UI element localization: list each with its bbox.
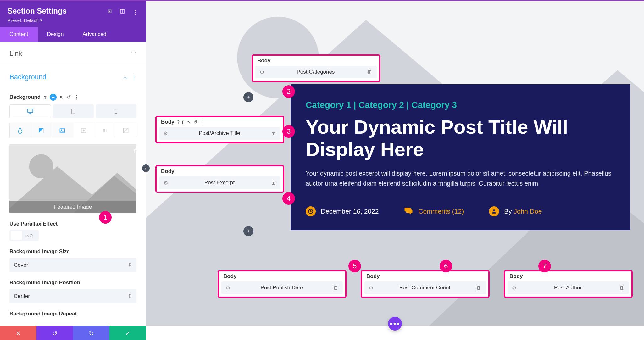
bg-position-label: Background Image Position <box>9 280 136 286</box>
meta-date: December 16, 2022 <box>306 206 379 216</box>
svg-point-19 <box>103 130 104 131</box>
outline-post-excerpt[interactable]: Body ⚙ Post Excerpt 🗑 <box>155 165 284 193</box>
post-categories[interactable]: Category 1 | Category 2 | Category 3 <box>306 100 615 110</box>
trash-icon[interactable]: 🗑 <box>367 69 372 75</box>
svg-point-1 <box>109 11 110 12</box>
bg-type-video[interactable] <box>73 123 94 138</box>
tablet-icon[interactable]: ▯ <box>182 120 185 125</box>
svg-rect-6 <box>52 97 54 98</box>
trash-icon[interactable]: 🗑 <box>333 285 338 291</box>
reset-icon[interactable]: ↺ <box>67 94 71 100</box>
device-tablet[interactable] <box>53 104 94 118</box>
cancel-button[interactable]: ✕ <box>0 326 36 340</box>
outline-post-categories[interactable]: Body ⚙ Post Categories 🗑 <box>252 54 380 82</box>
more-icon[interactable]: ⋮ <box>132 8 138 16</box>
meta-author: By John Doe <box>489 206 542 216</box>
reset-icon[interactable]: ↺ <box>193 120 197 125</box>
outline-post-comments[interactable]: Body ⚙ Post Comment Count 🗑 <box>361 270 490 298</box>
bg-size-select[interactable]: Cover⇕ <box>9 258 136 272</box>
parallax-toggle[interactable]: NO <box>9 230 39 241</box>
tab-content[interactable]: Content <box>0 27 38 42</box>
gear-icon[interactable]: ⚙ <box>369 285 373 291</box>
trash-icon[interactable]: 🗑 <box>619 285 625 291</box>
annotation-badge-1: 1 <box>99 211 112 224</box>
gear-icon[interactable]: ⚙ <box>512 285 516 291</box>
svg-point-16 <box>103 129 104 130</box>
svg-point-20 <box>104 130 105 131</box>
dynamic-icon[interactable] <box>50 94 57 101</box>
quick-actions-button[interactable]: ••• <box>388 317 402 331</box>
layout-icon[interactable] <box>119 8 125 16</box>
tab-advanced[interactable]: Advanced <box>73 27 116 42</box>
annotation-badge-4: 4 <box>282 192 295 205</box>
add-module-button[interactable]: + <box>243 226 253 236</box>
outline-post-date[interactable]: Body ⚙ Post Publish Date 🗑 <box>218 270 347 298</box>
svg-point-24 <box>106 131 107 132</box>
parallax-label: Use Parallax Effect <box>9 221 136 227</box>
svg-point-22 <box>103 131 104 132</box>
bg-type-mask[interactable] <box>115 123 136 138</box>
bg-position-select[interactable]: Center⇕ <box>9 289 136 303</box>
hover-icon[interactable]: ↖ <box>60 94 64 100</box>
sidebar-header: Section Settings Preset: Default▾ ⋮ <box>0 1 146 27</box>
comments-icon <box>404 206 413 217</box>
expand-icon[interactable] <box>107 8 113 16</box>
annotation-badge-5: 5 <box>348 260 361 272</box>
author-link[interactable]: John Doe <box>514 208 542 215</box>
svg-rect-11 <box>115 109 117 114</box>
annotation-badge-6: 6 <box>440 260 452 272</box>
preset-selector[interactable]: Preset: Default▾ <box>8 17 67 23</box>
resize-handle[interactable]: ⇄ <box>142 164 150 172</box>
featured-image-label: Featured Image <box>9 201 136 213</box>
trash-icon[interactable]: 🗑 <box>271 180 276 186</box>
svg-point-17 <box>104 129 105 130</box>
gear-icon[interactable]: ⚙ <box>164 180 168 186</box>
trash-icon[interactable]: 🗑 <box>271 131 276 136</box>
settings-body: Link ﹀ Background ︿⋮ Background ? ↖ ↺ ⋮ <box>0 42 146 326</box>
gear-icon[interactable]: ⚙ <box>226 285 230 291</box>
svg-point-31 <box>493 209 495 211</box>
bg-type-image[interactable] <box>52 123 73 138</box>
bg-type-gradient[interactable] <box>31 123 52 138</box>
background-label: Background <box>9 94 41 100</box>
more-icon[interactable]: ⋮ <box>200 120 204 125</box>
tab-design[interactable]: Design <box>38 27 73 42</box>
redo-button[interactable]: ↻ <box>73 326 109 340</box>
bg-type-color[interactable] <box>10 123 31 138</box>
accordion-link[interactable]: Link ﹀ <box>0 42 146 65</box>
accordion-background[interactable]: Background ︿⋮ <box>0 65 146 89</box>
sidebar-footer: ✕ ↺ ↻ ✓ <box>0 326 146 340</box>
chevron-down-icon: ﹀ <box>131 50 136 57</box>
save-button[interactable]: ✓ <box>109 326 146 340</box>
hero-section: Category 1 | Category 2 | Category 3 You… <box>291 84 630 230</box>
clock-icon <box>306 206 316 216</box>
more-icon[interactable]: ⋮ <box>74 94 79 100</box>
gear-icon[interactable]: ⚙ <box>164 131 168 137</box>
settings-sidebar: Section Settings Preset: Default▾ ⋮ Cont… <box>0 1 146 340</box>
add-module-button[interactable]: + <box>243 92 253 102</box>
help-icon[interactable]: ? <box>177 120 180 125</box>
gear-icon[interactable]: ⚙ <box>260 69 264 75</box>
panel-title: Section Settings <box>8 7 67 15</box>
svg-point-23 <box>104 131 105 132</box>
bg-type-pattern[interactable] <box>94 123 115 138</box>
device-phone[interactable] <box>96 104 136 118</box>
help-icon[interactable]: ? <box>44 95 47 100</box>
chevron-up-icon: ︿ <box>123 74 128 81</box>
svg-rect-10 <box>72 109 75 114</box>
post-excerpt: Your dynamic post excerpt will display h… <box>306 168 615 188</box>
settings-tabs: Content Design Advanced <box>0 27 146 42</box>
trash-icon[interactable]: 🗑 <box>476 285 481 291</box>
svg-point-21 <box>106 130 107 131</box>
background-image-preview[interactable]: Featured Image <box>9 144 136 213</box>
hover-icon[interactable]: ↖ <box>187 120 191 125</box>
meta-comments[interactable]: Comments (12) <box>404 206 464 217</box>
undo-button[interactable]: ↺ <box>36 326 73 340</box>
more-icon[interactable]: ⋮ <box>131 74 136 80</box>
annotation-badge-7: 7 <box>538 260 551 272</box>
device-desktop[interactable] <box>9 104 51 118</box>
annotation-badge-3: 3 <box>282 125 295 138</box>
outline-post-author[interactable]: Body ⚙ Post Author 🗑 <box>504 270 633 298</box>
user-icon <box>489 206 499 216</box>
outline-post-title[interactable]: Body ? ▯ ↖ ↺ ⋮ ⚙ Post/Archive Title 🗑 <box>155 116 284 143</box>
